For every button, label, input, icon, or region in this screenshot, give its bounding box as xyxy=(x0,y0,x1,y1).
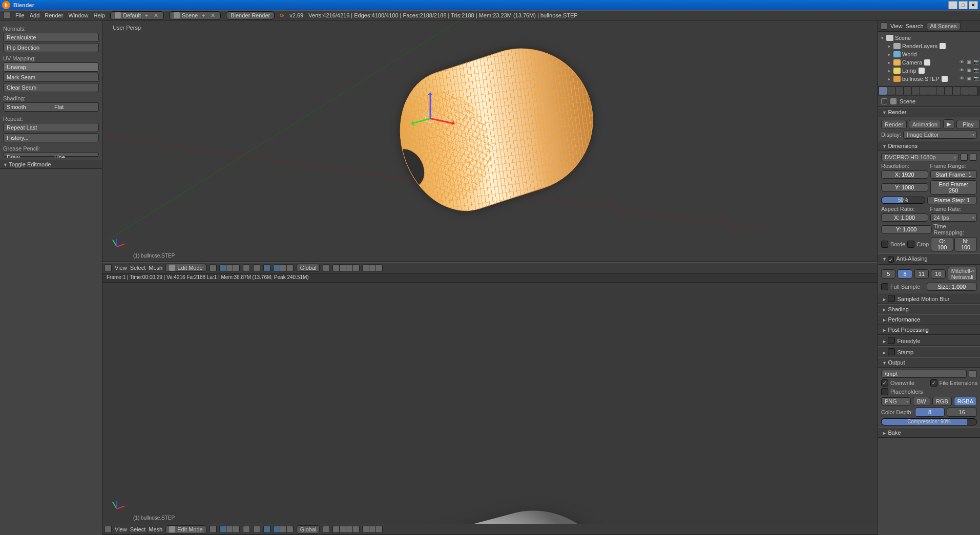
proportional-icon-2[interactable] xyxy=(352,526,360,533)
visibility-icon[interactable]: 👁 xyxy=(958,68,965,74)
panel-motion-blur-head[interactable]: Sampled Motion Blur xyxy=(878,293,980,304)
tree-row-camera[interactable]: ▸Camera👁▣📷 xyxy=(879,58,979,67)
aa-filter[interactable]: Mitchell-Netravali▾ xyxy=(948,267,977,281)
translate-icon[interactable] xyxy=(273,264,280,271)
shading-mode-icon[interactable] xyxy=(210,264,217,271)
view3d-menu-view[interactable]: View xyxy=(115,265,127,271)
manipulator-icon[interactable] xyxy=(263,264,270,271)
pin-icon[interactable] xyxy=(881,98,887,104)
layout-remove-icon[interactable]: ✕ xyxy=(152,12,159,19)
tab-material-icon[interactable] xyxy=(944,87,953,95)
aa-11[interactable]: 11 xyxy=(914,269,929,279)
ch-rgba[interactable]: RGBA xyxy=(954,397,977,406)
tab-modifiers-icon[interactable] xyxy=(928,87,936,95)
snap-element-icon[interactable] xyxy=(346,264,353,271)
selectable-icon[interactable]: ▣ xyxy=(966,76,972,82)
face-select-icon[interactable] xyxy=(233,264,240,271)
history-button[interactable]: History... xyxy=(3,133,99,142)
shade-flat-button[interactable]: Flat xyxy=(51,102,99,112)
tab-particles-icon[interactable] xyxy=(961,87,969,95)
play-label-button[interactable]: Play xyxy=(956,120,980,129)
view3d2-menu-view[interactable]: View xyxy=(115,526,127,532)
update-icon[interactable]: ⟳ xyxy=(280,12,284,19)
maximize-button[interactable]: □ xyxy=(958,1,968,9)
menu-render[interactable]: Render xyxy=(45,12,63,18)
depth-8[interactable]: 8 xyxy=(915,408,945,417)
end-frame-field[interactable]: End Frame: 250 xyxy=(930,180,977,195)
clear-seam-button[interactable]: Clear Seam xyxy=(3,83,99,92)
tab-render-layers-icon[interactable] xyxy=(887,87,895,95)
tab-texture-icon[interactable] xyxy=(952,87,961,95)
snap-target-icon[interactable] xyxy=(339,264,346,271)
tab-world-icon[interactable] xyxy=(903,87,912,95)
scale-icon-2[interactable] xyxy=(286,526,294,533)
edge-select-icon[interactable] xyxy=(226,264,233,271)
outliner-search[interactable]: Search xyxy=(906,23,924,29)
renderable-icon[interactable]: 📷 xyxy=(973,76,979,82)
outliner-view[interactable]: View xyxy=(890,23,903,29)
tab-constraints-icon[interactable] xyxy=(920,87,928,95)
mark-seam-button[interactable]: Mark Seam xyxy=(3,73,99,82)
aa-5[interactable]: 5 xyxy=(881,269,895,279)
menu-add[interactable]: Add xyxy=(30,12,40,18)
visibility-icon[interactable]: 👁 xyxy=(958,59,965,66)
snap-icon[interactable] xyxy=(332,264,340,271)
tab-render-icon[interactable] xyxy=(879,87,887,95)
preset-remove-icon[interactable] xyxy=(970,154,977,161)
layout-add-icon[interactable]: + xyxy=(143,12,150,18)
format-selector[interactable]: PNG▾ xyxy=(881,397,911,405)
scene-selector[interactable]: Scene + ✕ xyxy=(169,11,221,20)
preset-add-icon[interactable] xyxy=(961,154,968,161)
edge-select-icon-2[interactable] xyxy=(226,526,233,533)
mode-selector-2[interactable]: Edit Mode xyxy=(165,525,206,533)
tab-physics-icon[interactable] xyxy=(969,87,977,95)
tree-row-world[interactable]: ▸World xyxy=(879,50,979,58)
renderable-icon[interactable]: 📷 xyxy=(973,59,979,66)
visibility-icon[interactable]: 👁 xyxy=(958,76,965,82)
play-button[interactable]: ▶ xyxy=(943,119,954,129)
translate-icon-2[interactable] xyxy=(273,526,280,533)
pivot-icon-2[interactable] xyxy=(253,526,260,533)
framerate-field[interactable]: 24 fps▾ xyxy=(930,213,977,222)
outliner-editor-icon[interactable] xyxy=(880,23,887,30)
repeat-last-button[interactable]: Repeat Last xyxy=(3,123,99,132)
tree-row-scene[interactable]: ▾Scene xyxy=(879,34,979,42)
placeholders-check[interactable] xyxy=(881,388,888,395)
res-pct-slider[interactable]: 50% xyxy=(881,197,925,204)
tab-scene-icon[interactable] xyxy=(895,87,904,95)
tree-row-bullnose-step[interactable]: ▸bullnose.STEP👁▣📷 xyxy=(879,75,979,83)
panel-bake-head[interactable]: Bake xyxy=(878,427,980,438)
view3d2-menu-mesh[interactable]: Mesh xyxy=(149,526,162,532)
panel-freestyle-head[interactable]: Freestyle xyxy=(878,335,980,346)
orientation-selector[interactable]: Global xyxy=(297,264,320,272)
tree-row-renderlayers[interactable]: ▸RenderLayers xyxy=(879,42,979,50)
panel-shading-head[interactable]: Shading xyxy=(878,304,980,314)
mode-selector[interactable]: Edit Mode xyxy=(165,264,206,272)
editor-type-3dview-icon[interactable] xyxy=(105,264,112,271)
menu-help[interactable]: Help xyxy=(94,12,106,18)
res-x-field[interactable]: X: 1920 xyxy=(881,170,928,179)
file-ext-check[interactable] xyxy=(930,379,937,387)
gizmo-z-axis[interactable] xyxy=(430,93,431,119)
remap-old-field[interactable]: O: 100 xyxy=(931,237,953,251)
panel-stamp-head[interactable]: Stamp xyxy=(878,346,980,357)
layers-icon[interactable] xyxy=(323,264,330,271)
vertex-select-icon[interactable] xyxy=(219,264,226,271)
view3d-menu-mesh[interactable]: Mesh xyxy=(149,265,162,271)
unwrap-button[interactable]: Unwrap xyxy=(3,62,99,72)
minimize-button[interactable]: _ xyxy=(948,1,957,9)
rotate-icon[interactable] xyxy=(280,264,287,271)
selectable-icon[interactable]: ▣ xyxy=(966,68,972,74)
proportional-icon[interactable] xyxy=(352,264,360,271)
limit-visible-icon-2[interactable] xyxy=(243,526,250,533)
render-preset[interactable]: DVCPRO HD 1080p▾ xyxy=(881,153,958,161)
gp-line-button[interactable]: Line xyxy=(51,153,99,157)
aspect-y-field[interactable]: Y: 1.000 xyxy=(881,225,932,233)
shading-mode-icon-2[interactable] xyxy=(210,526,217,533)
aa-16[interactable]: 16 xyxy=(931,269,945,279)
toggle-editmode-panel[interactable]: Toggle Editmode xyxy=(0,160,102,169)
mesh-wireframe[interactable] xyxy=(379,46,599,215)
render-preview-icon-2[interactable] xyxy=(362,526,369,533)
aa-8[interactable]: 8 xyxy=(898,269,912,279)
editor-type-icon[interactable] xyxy=(3,12,10,19)
